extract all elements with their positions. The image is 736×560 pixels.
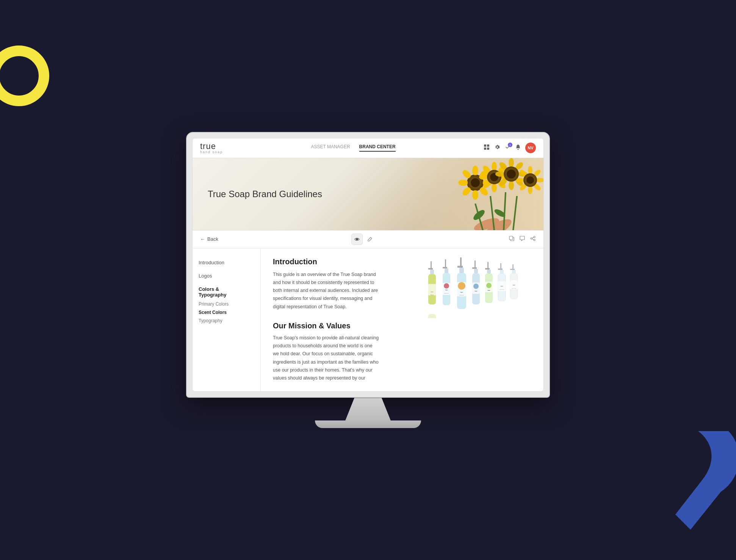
svg-point-90	[473, 284, 479, 289]
svg-text:true: true	[445, 289, 448, 291]
edit-icon-button[interactable]	[364, 234, 376, 245]
intro-body: This guide is an overview of the True So…	[273, 271, 379, 311]
svg-point-29	[479, 174, 488, 180]
svg-point-37	[509, 181, 514, 190]
notification-badge: 1	[508, 143, 512, 147]
sunflower-svg	[399, 158, 543, 230]
svg-text:true: true	[431, 291, 434, 293]
check-icon[interactable]: 1	[505, 144, 511, 152]
nav-brand-center[interactable]: BRAND CENTER	[359, 144, 396, 152]
logo-true: true	[200, 142, 223, 151]
view-icon-button[interactable]	[351, 234, 363, 245]
svg-rect-106	[512, 264, 514, 270]
svg-text:hand soap: hand soap	[444, 293, 449, 294]
sidebar-item-primary-colors[interactable]: Primary Colors	[199, 300, 254, 308]
hero-title: True Soap Brand Guidelines	[193, 189, 337, 199]
logo-area: true hand soap	[200, 142, 223, 154]
bg-yellow-circle	[0, 45, 49, 106]
logo-sub: hand soap	[200, 151, 223, 154]
sidebar-item-logos[interactable]: Logos	[199, 271, 254, 281]
mission-body: True Soap's mission to provide all-natur…	[273, 334, 379, 383]
svg-text:hand soap: hand soap	[459, 295, 464, 296]
nav-asset-manager[interactable]: ASSET MANAGER	[311, 144, 350, 152]
svg-point-47	[528, 186, 532, 194]
hero-flowers	[399, 158, 543, 230]
monitor-screen: true hand soap ASSET MANAGER BRAND CENTE…	[186, 132, 550, 398]
sidebar-item-typography[interactable]: Typography	[199, 317, 254, 325]
svg-point-22	[471, 178, 480, 187]
svg-line-59	[532, 237, 534, 238]
svg-text:true: true	[475, 290, 478, 292]
svg-rect-92	[487, 262, 489, 269]
content-with-image: Introduction This guide is an overview o…	[273, 257, 531, 383]
product-bottles: true lemon	[421, 257, 531, 318]
content-text: Introduction This guide is an overview o…	[273, 257, 414, 383]
grid-icon[interactable]	[484, 144, 490, 152]
svg-rect-93	[485, 268, 490, 270]
svg-point-27	[492, 183, 497, 192]
svg-rect-99	[500, 263, 501, 269]
sidebar: Introduction Logos Colors &Typography Pr…	[193, 248, 261, 392]
svg-point-33	[509, 158, 514, 167]
svg-point-58	[534, 239, 535, 241]
toolbar: ← Back	[193, 230, 543, 248]
svg-rect-70	[443, 267, 447, 268]
svg-point-23	[492, 162, 497, 171]
svg-point-43	[528, 166, 532, 174]
svg-point-10	[472, 208, 486, 221]
svg-text:true: true	[501, 285, 504, 287]
bell-icon[interactable]	[515, 144, 521, 152]
comment-button[interactable]	[519, 235, 525, 243]
svg-text:true: true	[460, 291, 464, 293]
share-button[interactable]	[530, 235, 536, 243]
svg-point-76	[444, 283, 449, 289]
svg-line-60	[532, 239, 534, 240]
monitor-stand-base	[315, 420, 421, 428]
svg-point-17	[472, 190, 478, 200]
svg-text:lemon: lemon	[431, 294, 434, 296]
main-content: Introduction Logos Colors &Typography Pr…	[193, 248, 543, 392]
bottles-svg: true lemon	[421, 257, 531, 318]
gear-icon[interactable]	[494, 144, 500, 152]
toolbar-center	[351, 234, 376, 245]
svg-text:true: true	[488, 289, 491, 291]
svg-line-9	[513, 196, 517, 230]
sidebar-item-scent-colors[interactable]: Scent Colors	[199, 308, 254, 317]
svg-point-52	[526, 176, 534, 184]
hero-banner: True Soap Brand Guidelines	[193, 158, 543, 230]
monitor-stand-neck	[345, 398, 391, 420]
sidebar-item-colors-typography[interactable]: Colors &Typography	[199, 284, 254, 300]
back-button[interactable]: ← Back	[200, 236, 218, 242]
svg-point-57	[531, 238, 532, 239]
sidebar-item-introduction[interactable]: Introduction	[199, 257, 254, 268]
svg-rect-2	[484, 147, 486, 150]
svg-rect-101	[500, 270, 504, 274]
svg-rect-107	[510, 269, 515, 270]
back-label: Back	[207, 236, 218, 242]
svg-text:hand soap: hand soap	[500, 289, 504, 290]
user-avatar[interactable]: NV	[525, 143, 536, 153]
bg-blue-arrow-shape	[660, 431, 736, 530]
svg-rect-86	[472, 267, 477, 269]
svg-rect-78	[457, 266, 463, 268]
svg-point-39	[495, 171, 504, 177]
svg-text:true: true	[513, 284, 516, 286]
app-header: true hand soap ASSET MANAGER BRAND CENTE…	[193, 138, 543, 158]
svg-rect-0	[484, 144, 486, 147]
svg-rect-61	[431, 261, 432, 269]
svg-rect-79	[459, 268, 464, 273]
svg-point-42	[507, 169, 516, 179]
svg-rect-94	[487, 270, 491, 273]
toolbar-right	[509, 235, 536, 243]
svg-point-53	[356, 238, 358, 240]
svg-rect-87	[474, 269, 478, 273]
copy-button[interactable]	[509, 235, 515, 243]
svg-point-56	[534, 236, 535, 238]
svg-point-82	[458, 282, 465, 290]
content-area: Introduction This guide is an overview o…	[261, 248, 543, 392]
svg-rect-62	[428, 268, 433, 270]
monitor-wrapper: true hand soap ASSET MANAGER BRAND CENTE…	[186, 132, 550, 428]
svg-rect-71	[445, 268, 448, 273]
svg-rect-1	[487, 144, 489, 147]
svg-rect-108	[512, 270, 516, 273]
